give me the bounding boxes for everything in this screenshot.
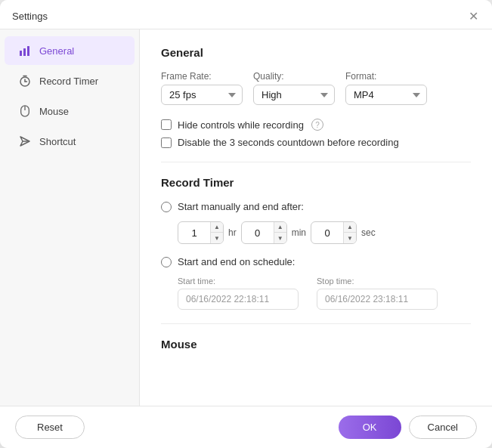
sec-spinner: ▲ ▼: [311, 221, 357, 244]
sidebar-item-record-timer[interactable]: Record Timer: [5, 66, 135, 95]
record-timer-title: Record Timer: [161, 176, 471, 189]
mouse-icon: [18, 104, 32, 118]
paper-plane-icon: [18, 134, 32, 148]
sec-input[interactable]: [311, 224, 343, 242]
sidebar-item-record-timer-label: Record Timer: [39, 76, 98, 87]
record-timer-section: Record Timer Start manually and end afte…: [161, 176, 471, 310]
ok-button[interactable]: OK: [339, 416, 401, 439]
disable-countdown-checkbox[interactable]: [161, 137, 172, 148]
hr-up-button[interactable]: ▲: [211, 222, 223, 233]
manual-timer-label: Start manually and end after:: [178, 201, 304, 212]
footer-right: OK Cancel: [339, 416, 477, 439]
settings-window: Settings ✕ General: [0, 0, 492, 448]
manual-timer-option: Start manually and end after:: [161, 201, 471, 212]
min-label: min: [292, 227, 306, 238]
quality-select[interactable]: High Medium Low: [253, 85, 335, 105]
close-button[interactable]: ✕: [466, 9, 480, 23]
stop-time-group: Stop time:: [317, 277, 438, 310]
hide-controls-label: Hide controls while recording: [178, 119, 304, 131]
frame-rate-select[interactable]: 25 fps 30 fps 60 fps: [161, 85, 243, 105]
svg-rect-2: [27, 46, 29, 56]
schedule-row: Start time: Stop time:: [178, 277, 471, 310]
svg-rect-1: [23, 48, 26, 56]
quality-label: Quality:: [253, 71, 335, 82]
time-inputs-row: ▲ ▼ hr ▲ ▼ min: [178, 221, 471, 244]
frame-rate-group: Frame Rate: 25 fps 30 fps 60 fps: [161, 71, 243, 105]
sidebar: General Record Timer: [0, 29, 140, 406]
format-group: Format: MP4 AVI MOV: [345, 71, 427, 105]
hr-down-button[interactable]: ▼: [211, 233, 223, 243]
section-divider: [161, 162, 471, 162]
svg-rect-0: [20, 51, 22, 56]
manual-timer-radio[interactable]: [161, 202, 172, 212]
min-down-button[interactable]: ▼: [274, 233, 286, 243]
min-up-button[interactable]: ▲: [274, 222, 286, 233]
min-spinner: ▲ ▼: [241, 221, 287, 244]
sidebar-item-mouse-label: Mouse: [39, 106, 69, 117]
sec-up-button[interactable]: ▲: [344, 222, 356, 233]
hide-controls-row: Hide controls while recording ?: [161, 119, 471, 131]
hr-arrows: ▲ ▼: [210, 222, 223, 243]
reset-button[interactable]: Reset: [15, 416, 85, 439]
sec-down-button[interactable]: ▼: [344, 233, 356, 243]
footer-left: Reset: [15, 416, 85, 439]
hr-label: hr: [228, 227, 237, 238]
hide-controls-checkbox[interactable]: [161, 119, 172, 130]
hr-spinner: ▲ ▼: [178, 221, 224, 244]
disable-countdown-label: Disable the 3 seconds countdown before r…: [178, 137, 399, 148]
dropdowns-row: Frame Rate: 25 fps 30 fps 60 fps Quality…: [161, 71, 471, 105]
footer: Reset OK Cancel: [0, 406, 492, 448]
sidebar-item-shortcut-label: Shortcut: [39, 136, 76, 147]
window-title: Settings: [12, 11, 48, 22]
schedule-timer-radio[interactable]: [161, 257, 172, 267]
sec-label: sec: [361, 227, 376, 238]
min-arrows: ▲ ▼: [274, 222, 286, 243]
disable-countdown-row: Disable the 3 seconds countdown before r…: [161, 137, 471, 148]
clock-icon: [18, 74, 32, 88]
mouse-divider: [161, 323, 471, 324]
schedule-section: Start time: Stop time:: [178, 277, 471, 310]
schedule-timer-option: Start and end on schedule:: [161, 256, 471, 267]
quality-group: Quality: High Medium Low: [253, 71, 335, 105]
stop-time-input[interactable]: [317, 289, 438, 310]
titlebar: Settings ✕: [0, 0, 492, 29]
mouse-section-title: Mouse: [161, 338, 471, 351]
bar-chart-icon: [18, 44, 32, 57]
help-icon[interactable]: ?: [311, 119, 323, 131]
stop-time-label: Stop time:: [317, 277, 438, 286]
format-select[interactable]: MP4 AVI MOV: [345, 85, 427, 105]
general-section-title: General: [161, 46, 471, 59]
sidebar-item-shortcut[interactable]: Shortcut: [5, 127, 135, 156]
format-label: Format:: [345, 71, 427, 82]
sidebar-item-general-label: General: [39, 45, 74, 57]
schedule-timer-label: Start and end on schedule:: [178, 256, 295, 267]
min-input[interactable]: [242, 224, 274, 242]
start-time-label: Start time:: [178, 277, 299, 286]
cancel-button[interactable]: Cancel: [409, 416, 477, 439]
body: General Record Timer: [0, 29, 492, 406]
main-content: General Frame Rate: 25 fps 30 fps 60 fps…: [140, 29, 492, 406]
frame-rate-label: Frame Rate:: [161, 71, 243, 82]
hr-input[interactable]: [178, 224, 210, 242]
sidebar-item-general[interactable]: General: [5, 36, 135, 65]
sidebar-item-mouse[interactable]: Mouse: [5, 97, 135, 125]
start-time-input[interactable]: [178, 289, 299, 310]
start-time-group: Start time:: [178, 277, 299, 310]
sec-arrows: ▲ ▼: [343, 222, 356, 243]
